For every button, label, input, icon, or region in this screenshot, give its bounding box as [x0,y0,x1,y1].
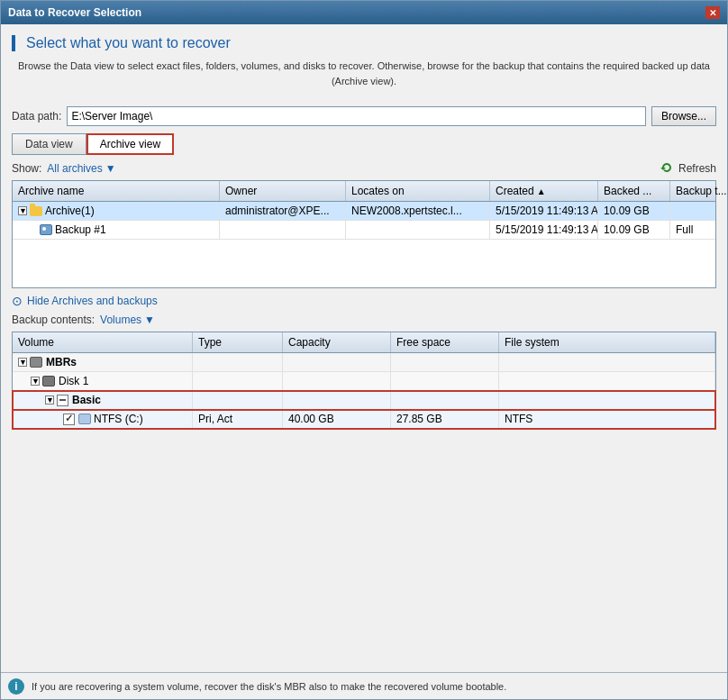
basic-checkbox[interactable] [57,395,68,406]
backup-contents-dropdown[interactable]: Volumes ▼ [100,314,155,326]
col-backup-type: Backup t... [670,181,727,201]
col-volume: Volume [13,332,193,352]
table-row[interactable]: ▼ Archive(1) administrator@XPE... NEW200… [13,202,715,221]
status-text: If you are recovering a system volume, r… [32,681,506,692]
tab-data-view[interactable]: Data view [12,133,86,155]
data-path-label: Data path: [12,110,61,123]
backup-owner-cell [220,221,346,239]
page-title: Select what you want to recover [23,35,716,51]
backup-locates-cell [346,221,490,239]
info-icon: i [8,678,24,695]
table-row[interactable]: ▼ MBRs [13,353,715,372]
show-label: Show: [12,162,41,175]
disk-icon [42,376,55,386]
data-path-row: Data path: Browse... [12,106,716,126]
col-file-system: File system [499,332,715,352]
refresh-icon [659,160,675,177]
col-archive-name: Archive name [13,181,220,201]
col-capacity: Capacity [283,332,391,352]
refresh-label: Refresh [678,162,716,175]
main-window: Data to Recover Selection ✕ Select what … [0,0,728,700]
sort-icon: ▲ [537,186,546,196]
ntfs-fs-cell: NTFS [499,410,715,428]
archive-backed-cell: 10.09 GB [598,202,670,220]
status-bar: i If you are recovering a system volume,… [1,672,727,699]
expand-icon[interactable]: ▼ [18,206,27,215]
basic-name-cell: ▼ Basic [13,391,193,409]
folder-icon [30,206,42,216]
ntfs-type-cell: Pri, Act [193,410,283,428]
ntfs-free-space-cell: 27.85 GB [391,410,499,428]
col-locates-on: Locates on [346,181,490,201]
data-path-input[interactable] [67,106,646,126]
hide-archives-row: ⊙ Hide Archives and backups [12,294,716,308]
table-row[interactable]: ▼ Basic [13,391,715,410]
expand-icon[interactable]: ▼ [45,395,54,405]
description-text: Browse the Data view to select exact fil… [12,59,716,88]
col-free-space: Free space [391,332,499,352]
table-row[interactable]: NTFS (C:) Pri, Act 40.00 GB 27.85 GB NTF… [13,410,715,429]
collapse-icon: ⊙ [12,294,23,308]
browse-button[interactable]: Browse... [651,106,716,126]
backup-name-cell: Backup #1 [13,221,220,239]
archive-backup-type-cell [670,202,727,220]
table-row[interactable]: ▼ Disk 1 [13,372,715,391]
archive-owner-cell: administrator@XPE... [220,202,346,220]
archive-table-header: Archive name Owner Locates on Created ▲ … [13,181,715,202]
col-backed: Backed ... [598,181,670,201]
disk-name-cell: ▼ Disk 1 [13,372,193,390]
volumes-table: Volume Type Capacity Free space File sys… [12,332,716,430]
window-title: Data to Recover Selection [8,6,141,19]
expand-icon[interactable]: ▼ [31,377,40,386]
volumes-table-header: Volume Type Capacity Free space File sys… [13,332,715,353]
backup-contents-label: Backup contents: [12,314,95,326]
backup-backed-cell: 10.09 GB [598,221,670,239]
show-row: Show: All archives ▼ Refresh [12,160,716,177]
expand-icon[interactable]: ▼ [18,358,27,367]
tabs-row: Data view Archive view [12,133,716,155]
mbr-icon [30,357,42,368]
col-created: Created ▲ [490,181,598,201]
vol-name-cell: ▼ MBRs [13,353,193,371]
backup-icon [40,224,52,235]
ntfs-name-cell: NTFS (C:) [13,410,193,428]
backup-type-cell: Full [670,221,727,239]
archive-table: Archive name Owner Locates on Created ▲ … [12,180,716,288]
archive-rows: ▼ Archive(1) administrator@XPE... NEW200… [13,202,715,240]
backup-contents-row: Backup contents: Volumes ▼ [12,314,716,326]
main-content: Select what you want to recover Browse t… [1,24,727,672]
title-bar: Data to Recover Selection ✕ [1,1,727,24]
hide-archives-link[interactable]: Hide Archives and backups [27,295,158,307]
close-button[interactable]: ✕ [705,6,720,19]
tab-archive-view[interactable]: Archive view [86,133,174,155]
archive-created-cell: 5/15/2019 11:49:13 AM [490,202,598,220]
show-dropdown[interactable]: All archives ▼ [47,162,115,175]
ntfs-capacity-cell: 40.00 GB [283,410,391,428]
table-row[interactable]: Backup #1 5/15/2019 11:49:13 AM 10.09 GB… [13,221,715,240]
refresh-button[interactable]: Refresh [659,160,716,177]
header-section: Select what you want to recover Browse t… [12,35,716,97]
col-type: Type [193,332,283,352]
col-owner: Owner [220,181,346,201]
ntfs-checkbox[interactable] [63,414,75,425]
chevron-down-icon: ▼ [144,314,155,326]
ntfs-icon [78,414,91,424]
chevron-down-icon: ▼ [105,162,116,175]
archive-locates-cell: NEW2008.xpertstec.l... [346,202,490,220]
backup-created-cell: 5/15/2019 11:49:13 AM [490,221,598,239]
archive-name-cell: ▼ Archive(1) [13,202,220,220]
